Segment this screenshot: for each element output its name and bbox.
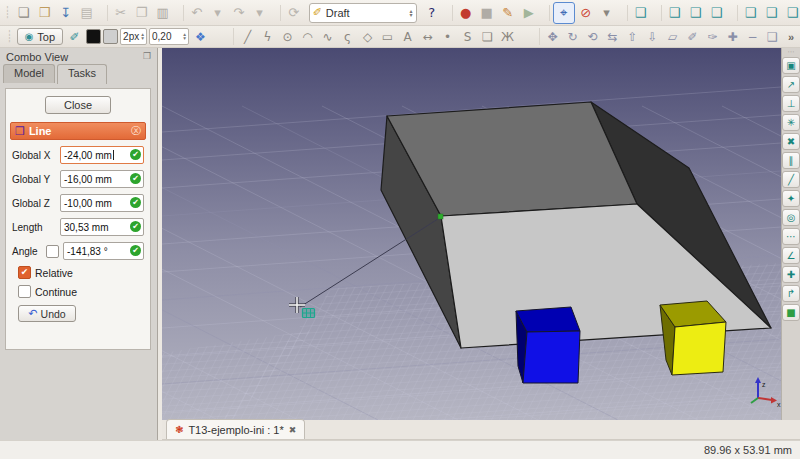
addpoint-icon[interactable]: ✚ (723, 28, 742, 45)
scale-icon[interactable]: ▱ (663, 28, 682, 45)
shape2dview-icon[interactable]: ❑ (763, 28, 782, 45)
document-tab[interactable]: ❃ T13-ejemplo-ini : 1* ✖ (166, 419, 305, 439)
tab-close-icon[interactable]: ✖ (289, 425, 297, 435)
macro-play-icon[interactable]: ▶ (519, 3, 539, 23)
tab-model[interactable]: Model (3, 64, 55, 83)
draft-bspline-icon[interactable]: ∿ (318, 28, 337, 45)
view-right-icon[interactable]: ❑ (707, 3, 727, 23)
snap-near-icon[interactable]: ╱ (782, 171, 800, 188)
text-scale-spinner[interactable]: 0,20 ▴▾ (149, 28, 189, 45)
line-color-swatch[interactable] (86, 29, 101, 44)
draft-bezier-icon[interactable]: ς (338, 28, 357, 45)
relative-checkbox[interactable]: ✔ (18, 266, 31, 279)
new-document-icon[interactable]: ❏ (14, 3, 34, 23)
snap-working-plane-icon[interactable]: ■ (782, 304, 800, 321)
workbench-selector[interactable]: ✐ Draft ▴▾ (309, 3, 417, 23)
working-plane-button[interactable]: ◉ Top (17, 28, 63, 45)
face-color-swatch[interactable] (103, 29, 118, 44)
autogroup-icon[interactable]: ❖ (191, 28, 210, 45)
open-folder-icon[interactable]: ❒ (35, 3, 55, 23)
snap-perpendicular-icon[interactable]: ⊥ (782, 95, 800, 112)
macro-edit-icon[interactable]: ✎ (498, 3, 518, 23)
snap-ortho-icon[interactable]: ✦ (782, 190, 800, 207)
snap-grid-cursor-icon (303, 309, 315, 318)
paste-icon[interactable]: ▥ (153, 3, 173, 23)
global-y-input[interactable]: -16,00 mm ✔ (60, 170, 144, 188)
view-top-icon[interactable]: ❑ (686, 3, 706, 23)
refresh-icon[interactable]: ⟳ (284, 3, 304, 23)
rotate-icon[interactable]: ↻ (563, 28, 582, 45)
clip-plane-icon[interactable]: ⊘ (576, 3, 596, 23)
toolbar-separator (176, 5, 184, 21)
spinner-arrows-icon[interactable]: ▴▾ (183, 33, 186, 40)
snap-parallel-icon[interactable]: ∥ (782, 152, 800, 169)
draft-text-icon[interactable]: A (398, 28, 417, 45)
cut-icon[interactable]: ✂ (111, 3, 131, 23)
toolbar-separator (273, 5, 281, 21)
construction-mode-icon[interactable]: ✐ (65, 28, 84, 45)
angle-input[interactable]: -141,83 ° ✔ (63, 242, 144, 260)
macro-record-icon[interactable]: ● (456, 3, 476, 23)
undo-button[interactable]: ↶ Undo (18, 305, 76, 322)
snap-special-icon[interactable]: ↱ (782, 285, 800, 302)
length-input[interactable]: 30,53 mm ✔ (60, 218, 144, 236)
view-rear-icon[interactable]: ❑ (741, 3, 761, 23)
draft-wire-icon[interactable]: ϟ (258, 28, 277, 45)
draft-circle-icon[interactable]: ⊙ (278, 28, 297, 45)
redo-icon[interactable]: ↷ (229, 3, 249, 23)
undo-icon[interactable]: ↶ (187, 3, 207, 23)
close-button[interactable]: Close (45, 96, 111, 114)
continue-checkbox[interactable] (18, 285, 31, 298)
snap-lock-icon[interactable]: ▣ (782, 57, 800, 74)
snap-endpoint-icon[interactable]: ↗ (782, 76, 800, 93)
tab-tasks[interactable]: Tasks (57, 64, 107, 84)
undo-dropdown-icon[interactable]: ▾ (208, 3, 228, 23)
dock-float-icon[interactable]: ❐ (143, 51, 151, 63)
draft-polygon-icon[interactable]: ◇ (358, 28, 377, 45)
draft-shapestring-icon[interactable]: S (458, 28, 477, 45)
toolbar-overflow-button[interactable]: » (788, 31, 796, 43)
draft-point-icon[interactable]: • (438, 28, 457, 45)
view-bottom-icon[interactable]: ❑ (762, 3, 782, 23)
draft-arc-icon[interactable]: ◠ (298, 28, 317, 45)
downgrade-icon[interactable]: ⇩ (643, 28, 662, 45)
offset-icon[interactable]: ⟲ (583, 28, 602, 45)
draft-facebinder-icon[interactable]: ❏ (478, 28, 497, 45)
snap-center-icon[interactable]: ◎ (782, 209, 800, 226)
draft-dimension-icon[interactable]: ↔ (418, 28, 437, 45)
redo-dropdown-icon[interactable]: ▾ (250, 3, 270, 23)
subelement-icon[interactable]: ✑ (703, 28, 722, 45)
view-axonometric-icon[interactable]: ❑ (631, 3, 651, 23)
3d-viewport[interactable]: z x (162, 48, 781, 420)
clip-dropdown-icon[interactable]: ▾ (597, 3, 617, 23)
snap-angle-icon[interactable]: ∠ (782, 247, 800, 264)
copy-icon[interactable]: ❐ (132, 3, 152, 23)
valid-check-icon: ✔ (130, 149, 141, 160)
draft-rectangle-icon[interactable]: ▭ (378, 28, 397, 45)
snap-grid-icon[interactable]: ✳ (782, 114, 800, 131)
zoom-selection-icon[interactable]: ⌖ (553, 2, 575, 24)
print-icon[interactable]: ▤ (77, 3, 97, 23)
move-icon[interactable]: ✥ (543, 28, 562, 45)
global-z-input[interactable]: -10,00 mm ✔ (60, 194, 144, 212)
upgrade-icon[interactable]: ⇧ (623, 28, 642, 45)
snap-midpoint-icon[interactable]: ✚ (782, 266, 800, 283)
task-close-icon[interactable]: ⓧ (131, 124, 141, 138)
angle-lock-checkbox[interactable] (46, 245, 59, 258)
edit-icon[interactable]: ✐ (683, 28, 702, 45)
line-width-spinner[interactable]: 2px ▴▾ (120, 28, 147, 45)
snap-dimensions-icon[interactable]: ⋯ (782, 228, 800, 245)
delpoint-icon[interactable]: − (743, 28, 762, 45)
draft-bezcurve-icon[interactable]: Ж (498, 28, 517, 45)
save-icon[interactable]: ↧ (56, 3, 76, 23)
view-front-icon[interactable]: ❑ (665, 3, 685, 23)
draft-line-icon[interactable]: ╱ (238, 28, 257, 45)
macro-stop-icon[interactable]: ■ (477, 3, 497, 23)
spinner-arrows-icon[interactable]: ▴▾ (141, 33, 144, 40)
snap-intersection-icon[interactable]: ✖ (782, 133, 800, 150)
whats-this-icon[interactable]: ? (422, 3, 442, 23)
trimex-icon[interactable]: ⇆ (603, 28, 622, 45)
workbench-spinner-icon[interactable]: ▴▾ (410, 9, 413, 17)
view-left-icon[interactable]: ❑ (783, 3, 800, 23)
global-x-input[interactable]: -24,00 mm ✔ (60, 146, 144, 164)
